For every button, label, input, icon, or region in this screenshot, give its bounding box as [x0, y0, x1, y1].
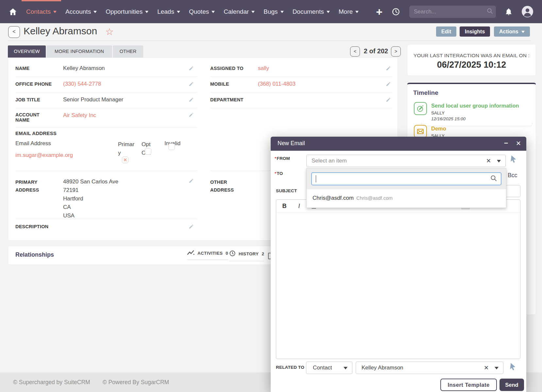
tab-other[interactable]: OTHER [113, 45, 143, 58]
row-divider [15, 77, 197, 77]
edit-pencil-icon[interactable] [386, 81, 391, 88]
timeline-title: Timeline [413, 89, 438, 96]
invalid-checkbox[interactable] [168, 144, 175, 150]
nav-item-opportunities[interactable]: Opportunities [106, 0, 148, 23]
recently-viewed-clock-icon[interactable] [391, 7, 400, 16]
field-label-account-name: ACCOUNT NAME [15, 112, 48, 123]
edit-button[interactable]: Edit [436, 26, 456, 37]
from-select[interactable]: Select an item ✕ [306, 155, 506, 167]
last-interaction-datetime: 06/27/2025 10:12 [407, 60, 536, 70]
nav-item-bugs[interactable]: Bugs [263, 0, 283, 23]
chevron-down-icon[interactable] [497, 160, 501, 164]
close-icon[interactable]: ✕ [516, 140, 521, 147]
row-divider [210, 92, 392, 93]
recipient-suggestion-item[interactable]: Chris@asdf.comChris@asdf.com [307, 189, 506, 208]
last-interaction-label: YOUR LAST INTERACTION WAS AN EMAIL ON : [407, 53, 536, 59]
field-label-primary-address: PRIMARY ADDRESS [15, 178, 51, 194]
relationships-title: Relationships [15, 251, 54, 258]
field-label-assigned-to: ASSIGNED TO [210, 66, 244, 71]
email-body-editor[interactable]: B I U S [276, 199, 520, 359]
relationships-tab-activities[interactable]: ACTIVITIES 0 [187, 250, 228, 260]
optout-checkbox[interactable] [145, 148, 151, 155]
search-input[interactable] [413, 8, 487, 15]
history-clock-icon [229, 250, 236, 258]
required-asterisk: * [275, 156, 276, 161]
nav-item-contacts[interactable]: Contacts [26, 0, 57, 23]
actions-button[interactable]: Actions [494, 26, 530, 37]
field-value-primary-address: 48920 San Carlos Ave 72191 Hartford CA U… [63, 178, 118, 220]
timeline-item-user: SALLY [431, 111, 445, 115]
edit-pencil-icon[interactable] [386, 66, 391, 72]
edit-pencil-icon[interactable] [189, 66, 194, 72]
suggestion-email: Chris@asdf.com [313, 195, 354, 201]
chevron-down-icon[interactable] [495, 367, 499, 371]
edit-pencil-icon[interactable] [189, 178, 194, 185]
field-value-account-name[interactable]: Air Safety Inc [63, 112, 96, 119]
chevron-down-icon[interactable] [344, 367, 347, 371]
page-title: Kelley Abramson [24, 26, 97, 37]
text-cursor [316, 175, 316, 182]
field-label-department: DEPARTMENT [210, 97, 244, 102]
field-value-assigned-to[interactable]: sally [258, 65, 269, 72]
edit-pencil-icon[interactable] [189, 81, 194, 88]
row-divider [15, 219, 197, 219]
related-type-select[interactable]: Contact [306, 362, 352, 374]
nav-item-leads[interactable]: Leads [157, 0, 180, 23]
chevron-down-icon [93, 11, 97, 15]
email-section-label: EMAIL ADDRESS [15, 130, 57, 136]
favorite-star-icon[interactable]: ☆ [105, 26, 114, 37]
back-button[interactable]: < [8, 26, 20, 38]
related-record-select[interactable]: Kelley Abramson ✕ [356, 362, 503, 374]
modal-header[interactable]: New Email – ✕ [271, 137, 526, 151]
notifications-bell-icon[interactable] [505, 8, 513, 16]
from-select-placeholder: Select an item [312, 158, 347, 164]
field-label-mobile: MOBILE [210, 81, 229, 87]
timeline-item-title[interactable]: Send local user group information [431, 103, 519, 109]
pagination-next-button[interactable]: > [391, 46, 401, 57]
edit-pencil-icon[interactable] [189, 97, 194, 104]
edit-pencil-icon[interactable] [189, 112, 194, 119]
cursor-pointer-icon [509, 362, 517, 373]
italic-icon[interactable]: I [296, 203, 302, 210]
pagination-prev-button[interactable]: < [350, 46, 360, 57]
pagination-position: 2 of 202 [362, 47, 390, 55]
relationships-tab-history[interactable]: HISTORY 2 [229, 250, 264, 261]
insights-button[interactable]: Insights [460, 26, 490, 37]
user-avatar-icon[interactable] [521, 6, 534, 18]
edit-pencil-icon[interactable] [189, 224, 194, 230]
timeline-item-title[interactable]: Demo [431, 126, 446, 132]
last-interaction-card: YOUR LAST INTERACTION WAS AN EMAIL ON : … [407, 44, 536, 76]
nav-item-calendar[interactable]: Calendar [224, 0, 255, 23]
field-label-other-address: OTHER ADDRESS [210, 178, 246, 194]
global-search[interactable] [409, 6, 496, 18]
required-asterisk: * [275, 171, 276, 176]
nav-item-quotes[interactable]: Quotes [189, 0, 215, 23]
email-address-value[interactable]: im.sugar@example.org [15, 152, 73, 159]
tab-overview[interactable]: OVERVIEW [8, 45, 46, 58]
quick-create-plus-icon[interactable]: + [376, 7, 382, 17]
bcc-toggle[interactable]: Bcc [508, 172, 517, 179]
clear-x-icon[interactable]: ✕ [486, 157, 491, 164]
send-button[interactable]: Send [500, 379, 524, 391]
search-icon[interactable] [487, 8, 493, 15]
field-value-office-phone[interactable]: (330) 544-2778 [63, 81, 101, 87]
field-value-mobile[interactable]: (368) 011-4803 [258, 81, 296, 87]
cursor-pointer-icon [509, 155, 518, 165]
tab-more-information[interactable]: MORE INFORMATION [46, 45, 112, 58]
minimize-icon[interactable]: – [504, 139, 508, 147]
recipient-search-input[interactable] [311, 172, 501, 185]
bold-icon[interactable]: B [281, 203, 287, 210]
subject-label: SUBJECT [276, 188, 297, 193]
clear-x-icon[interactable]: ✕ [484, 364, 489, 371]
edit-pencil-icon[interactable] [386, 97, 391, 104]
home-icon[interactable] [8, 8, 17, 16]
nav-item-accounts[interactable]: Accounts [65, 0, 97, 23]
nav-item-more[interactable]: More [339, 0, 359, 23]
suggestion-email-secondary: Chris@asdf.com [356, 195, 393, 201]
field-label-name: NAME [15, 66, 30, 71]
nav-item-documents[interactable]: Documents [293, 0, 330, 23]
chevron-down-icon [327, 11, 330, 15]
insert-template-button[interactable]: Insert Template [440, 379, 497, 391]
new-email-modal: New Email – ✕ *FROM Select an item ✕ *TO… [271, 137, 526, 392]
primary-checkbox[interactable]: ✕ [122, 157, 128, 163]
